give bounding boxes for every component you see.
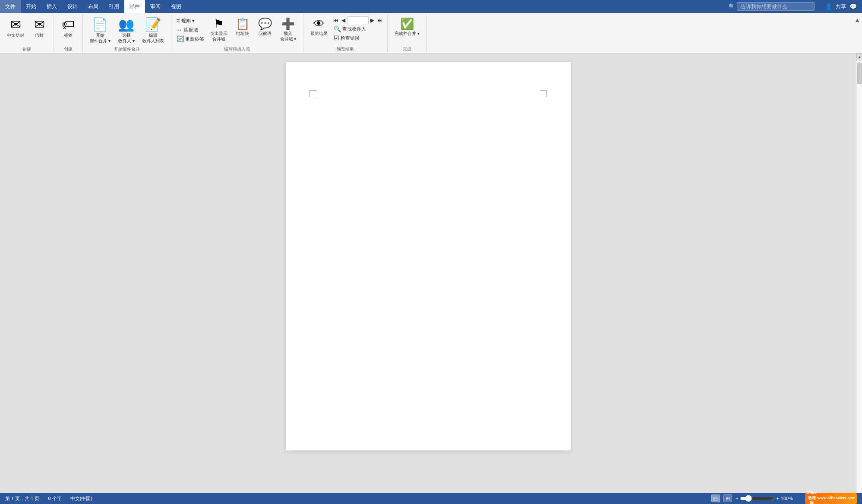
address-block-button[interactable]: 📋 地址块 xyxy=(232,16,253,38)
edit-recipients-label: 编辑收件人列表 xyxy=(142,32,164,44)
nav-prev-button[interactable]: ◀ xyxy=(340,16,347,24)
ribbon-group-content: ✅ 完成并合并 ▾ xyxy=(391,16,423,45)
highlight-merge-fields-button[interactable]: ⚑ 突出显示合并域 xyxy=(207,16,231,44)
ribbon-collapse[interactable]: ▲ xyxy=(853,15,862,53)
ribbon-group-content: 🏷 标签 xyxy=(57,16,79,45)
scroll-thumb[interactable] xyxy=(857,63,862,84)
check-errors-label: 检查错误 xyxy=(341,35,360,41)
preview-icon: 👁 xyxy=(313,18,325,29)
preview-label: 预览结果 xyxy=(310,31,328,36)
nav-first-button[interactable]: ⏮ xyxy=(332,16,340,24)
update-labels-button[interactable]: 🔄 更新标签 xyxy=(175,35,206,43)
text-cursor xyxy=(317,91,317,98)
preview-nav-col: ⏮ ◀ ▶ ⏭ 🔍 查找收件人 ☑ 检查错误 xyxy=(332,16,384,42)
greeting-line-label: 问候语 xyxy=(259,31,272,36)
nav-page-input[interactable] xyxy=(347,16,369,24)
user-icon: 👤 xyxy=(825,3,832,10)
write-insert-group-label: 编写和插入域 xyxy=(224,46,250,52)
nav-last-button[interactable]: ⏭ xyxy=(376,16,384,24)
chinese-envelope-button[interactable]: ✉ 中文信封 xyxy=(3,16,28,40)
finish-merge-label: 完成并合并 ▾ xyxy=(395,31,420,36)
envelope-button[interactable]: ✉ 信封 xyxy=(28,16,50,40)
label-button[interactable]: 🏷 标签 xyxy=(57,16,79,40)
corner-tl xyxy=(309,90,316,97)
ribbon-group-finish: ✅ 完成并合并 ▾ 完成 xyxy=(388,15,427,53)
update-labels-label: 更新标签 xyxy=(185,36,204,42)
edit-recipients-button[interactable]: 📝 编辑收件人列表 xyxy=(139,16,167,45)
comments-icon[interactable]: 💬 xyxy=(849,3,857,10)
page-info: 第 1 页，共 1 页 xyxy=(5,495,39,502)
menu-item-references[interactable]: 引用 xyxy=(104,0,124,13)
greeting-line-icon: 💬 xyxy=(258,18,272,29)
insert-merge-field-button[interactable]: ➕ 插入合并域 ▾ xyxy=(277,16,300,44)
preview-group-label: 预览结果 xyxy=(337,46,354,52)
status-bar: 第 1 页，共 1 页 0 个字 中文(中国) ▤ ⊞ − + 100% Off… xyxy=(0,493,862,504)
app-container: 文件 开始 插入 设计 布局 引用 邮件 审阅 视图 🔍 👤 共享 💬 ✉ 中文… xyxy=(0,0,862,504)
menu-item-file[interactable]: 文件 xyxy=(0,0,21,13)
match-fields-button[interactable]: ↔ 匹配域 xyxy=(175,25,206,34)
scroll-up-button[interactable]: ▲ xyxy=(856,54,862,60)
greeting-line-button[interactable]: 💬 问候语 xyxy=(254,16,276,38)
menu-bar: 文件 开始 插入 设计 布局 引用 邮件 审阅 视图 🔍 👤 共享 💬 xyxy=(0,0,862,13)
nav-next-button[interactable]: ▶ xyxy=(369,16,376,24)
label-label: 标签 xyxy=(64,32,73,38)
office-badge-line2: www.office4099.com xyxy=(818,496,856,501)
chinese-envelope-icon: ✉ xyxy=(10,18,21,31)
ribbon: ✉ 中文信封 ✉ 信封 创建 🏷 标签 创建 xyxy=(0,13,862,54)
zoom-slider[interactable] xyxy=(740,495,774,502)
preview-results-button[interactable]: 👁 预览结果 xyxy=(307,16,331,38)
select-recipients-button[interactable]: 👥 选择收件人 ▾ xyxy=(115,16,138,45)
scroll-track[interactable] xyxy=(856,60,862,497)
ribbon-group-create1: ✉ 中文信封 ✉ 信封 创建 xyxy=(0,15,54,53)
edit-recipients-icon: 📝 xyxy=(145,18,161,31)
find-recipient-label: 查找收件人 xyxy=(342,26,366,32)
print-layout-view-button[interactable]: ▤ xyxy=(711,495,720,502)
finish-merge-button[interactable]: ✅ 完成并合并 ▾ xyxy=(391,16,423,38)
menu-item-design[interactable]: 设计 xyxy=(62,0,83,13)
document-area[interactable] xyxy=(0,54,856,504)
find-recipient-button[interactable]: 🔍 查找收件人 xyxy=(332,25,384,33)
start-merge-label: 开始邮件合并 ▾ xyxy=(90,32,111,44)
status-right: ▤ ⊞ − + 100% xyxy=(711,495,793,502)
zoom-level: 100% xyxy=(781,496,793,501)
zoom-in-button[interactable]: + xyxy=(776,496,779,501)
zoom-out-button[interactable]: − xyxy=(736,496,738,501)
label-group-label: 创建 xyxy=(64,46,73,52)
select-recipients-icon: 👥 xyxy=(118,18,134,31)
write-insert-col-left: ≡ 规则 ▾ ↔ 匹配域 🔄 更新标签 xyxy=(175,16,206,43)
share-button[interactable]: 共享 xyxy=(836,3,846,10)
highlight-icon: ⚑ xyxy=(214,18,224,29)
web-layout-view-button[interactable]: ⊞ xyxy=(723,495,732,502)
insert-merge-icon: ➕ xyxy=(281,18,295,29)
menu-item-mailings[interactable]: 邮件 xyxy=(124,0,145,13)
zoom-area: − + 100% xyxy=(736,495,793,502)
address-block-icon: 📋 xyxy=(236,18,249,29)
find-recipient-icon: 🔍 xyxy=(334,25,341,32)
menu-item-layout[interactable]: 布局 xyxy=(83,0,104,13)
ribbon-group-content: ✉ 中文信封 ✉ 信封 xyxy=(3,16,50,45)
check-errors-icon: ☑ xyxy=(334,35,339,41)
finish-group-label: 完成 xyxy=(403,46,411,52)
start-merge-button[interactable]: 📄 开始邮件合并 ▾ xyxy=(86,16,114,45)
menu-item-view[interactable]: 视图 xyxy=(166,0,186,13)
update-labels-icon: 🔄 xyxy=(177,35,184,42)
ribbon-group-label: 🏷 标签 创建 xyxy=(54,15,83,53)
menu-item-home[interactable]: 开始 xyxy=(21,0,41,13)
nav-controls: ⏮ ◀ ▶ ⏭ xyxy=(332,16,384,24)
menu-item-review[interactable]: 审阅 xyxy=(145,0,166,13)
match-fields-icon: ↔ xyxy=(177,26,183,33)
check-errors-button[interactable]: ☑ 检查错误 xyxy=(332,34,384,42)
menu-item-insert[interactable]: 插入 xyxy=(41,0,62,13)
ribbon-group-content: ≡ 规则 ▾ ↔ 匹配域 🔄 更新标签 ⚑ 突出显示合并域 xyxy=(175,16,300,45)
rules-button[interactable]: ≡ 规则 ▾ xyxy=(175,16,206,25)
office-badge: Office教程网 www.office4099.com xyxy=(805,493,857,504)
match-fields-label: 匹配域 xyxy=(184,27,198,33)
start-merge-group-label: 开始邮件合并 xyxy=(114,46,140,52)
ribbon-group-preview: 👁 预览结果 ⏮ ◀ ▶ ⏭ 🔍 查找收件人 xyxy=(303,15,388,53)
ribbon-group-start-merge: 📄 开始邮件合并 ▾ 👥 选择收件人 ▾ 📝 编辑收件人列表 开始邮件合并 xyxy=(83,15,171,53)
highlight-label: 突出显示合并域 xyxy=(210,31,227,42)
document-page xyxy=(286,62,571,450)
rules-icon: ≡ xyxy=(177,17,180,24)
search-input[interactable] xyxy=(737,2,815,11)
finish-merge-icon: ✅ xyxy=(400,18,414,29)
